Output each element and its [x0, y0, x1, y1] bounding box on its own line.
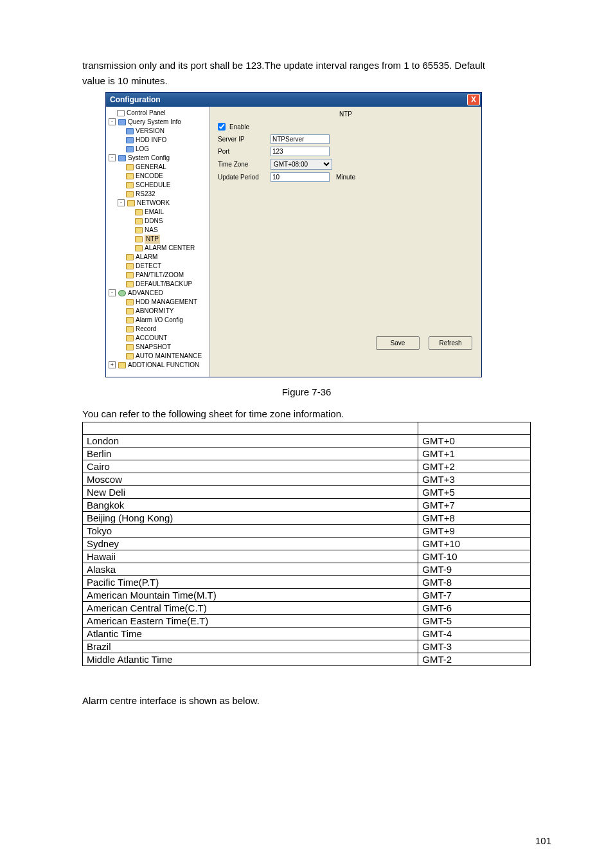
- folder-icon: [135, 209, 143, 215]
- tree-abnormity[interactable]: ABNORMITY: [118, 307, 207, 316]
- folder-icon: [126, 344, 134, 350]
- window-titlebar: Configuration X: [106, 93, 481, 107]
- tree-alarm-center[interactable]: ALARM CENTER: [127, 244, 207, 253]
- tree-general[interactable]: GENERAL: [118, 163, 207, 172]
- collapse-icon[interactable]: -: [109, 154, 116, 161]
- timezone-city: Berlin: [83, 447, 418, 460]
- tree-alarm[interactable]: ALARM: [118, 253, 207, 262]
- table-row: Middle Atlantic TimeGMT-2: [83, 653, 531, 665]
- folder-icon: [126, 182, 134, 188]
- timezone-city: Tokyo: [83, 524, 418, 537]
- timezone-offset: GMT+2: [418, 460, 531, 473]
- tree-system-config[interactable]: - System Config: [109, 154, 207, 163]
- update-period-unit: Minute: [336, 174, 355, 181]
- gear-icon: [118, 290, 126, 296]
- expand-icon[interactable]: +: [109, 361, 116, 368]
- timezone-offset: GMT-4: [418, 627, 531, 640]
- table-row: New DeliGMT+5: [83, 485, 531, 498]
- tree-nas[interactable]: NAS: [127, 226, 207, 235]
- table-row: HawaiiGMT-10: [83, 550, 531, 563]
- table-row: American Eastern Time(E.T)GMT-5: [83, 614, 531, 627]
- tree-ntp[interactable]: NTP: [127, 235, 207, 244]
- tree-account[interactable]: ACCOUNT: [118, 334, 207, 343]
- intro-line-1: transmission only and its port shall be …: [82, 59, 531, 72]
- collapse-icon[interactable]: -: [109, 289, 116, 296]
- update-period-input[interactable]: [271, 172, 330, 182]
- tree-detect[interactable]: DETECT: [118, 262, 207, 271]
- configuration-window: Configuration X Control Panel: [105, 92, 482, 377]
- tree-query-system-info[interactable]: - Query System Info: [109, 118, 207, 127]
- folder-icon: [126, 326, 134, 332]
- tree-additional-function[interactable]: + ADDTIONAL FUNCTION: [109, 361, 207, 370]
- tree-default-backup[interactable]: DEFAULT/BACKUP: [118, 280, 207, 289]
- folder-icon: [135, 218, 143, 224]
- folder-icon: [126, 191, 134, 197]
- tree-schedule[interactable]: SCHEDULE: [118, 181, 207, 190]
- collapse-icon[interactable]: -: [118, 199, 125, 206]
- port-label: Port: [218, 148, 271, 155]
- tree-pane: Control Panel - Query System Info VERSIO…: [106, 107, 210, 377]
- table-row: BerlinGMT+1: [83, 447, 531, 460]
- timezone-offset: GMT+3: [418, 473, 531, 485]
- tree-version[interactable]: VERSION: [118, 127, 207, 136]
- port-input[interactable]: [271, 147, 330, 156]
- update-period-label: Update Period: [218, 174, 271, 181]
- tree-rs232[interactable]: RS232: [118, 190, 207, 199]
- timezone-offset: GMT+8: [418, 511, 531, 524]
- tree-control-panel[interactable]: Control Panel: [109, 109, 207, 118]
- tree-encode[interactable]: ENCODE: [118, 172, 207, 181]
- timezone-offset: GMT-9: [418, 563, 531, 575]
- timezone-city: Moscow: [83, 473, 418, 485]
- folder-icon: [126, 317, 134, 323]
- tree-advanced[interactable]: - ADVANCED: [109, 289, 207, 298]
- collapse-icon[interactable]: -: [109, 118, 116, 125]
- folder-icon: [118, 119, 126, 125]
- server-ip-label: Server IP: [218, 136, 271, 143]
- timezone-city: London: [83, 434, 418, 447]
- close-icon[interactable]: X: [467, 94, 480, 105]
- tree-alarm-io[interactable]: Alarm I/O Config: [118, 316, 207, 325]
- timezone-offset: GMT-6: [418, 601, 531, 614]
- alarm-centre-text: Alarm centre interface is shown as below…: [82, 694, 531, 707]
- refresh-button[interactable]: Refresh: [429, 336, 472, 350]
- table-row: AlaskaGMT-9: [83, 563, 531, 575]
- table-row: Beijing (Hong Kong)GMT+8: [83, 511, 531, 524]
- table-row: LondonGMT+0: [83, 434, 531, 447]
- tree-pantiltzoom[interactable]: PAN/TILT/ZOOM: [118, 271, 207, 280]
- tree-network[interactable]: - NETWORK: [118, 199, 207, 208]
- timezone-city: New Deli: [83, 485, 418, 498]
- tree-email[interactable]: EMAIL: [127, 208, 207, 217]
- table-row: MoscowGMT+3: [83, 473, 531, 485]
- timezone-city: Pacific Time(P.T): [83, 575, 418, 588]
- folder-icon: [126, 146, 134, 152]
- timezone-select[interactable]: GMT+08:00: [271, 159, 332, 170]
- timezone-offset: GMT-2: [418, 653, 531, 665]
- table-row: American Central Time(C.T)GMT-6: [83, 601, 531, 614]
- folder-icon: [126, 173, 134, 179]
- enable-checkbox[interactable]: [218, 123, 226, 131]
- window-title: Configuration: [110, 95, 161, 104]
- timezone-city: American Mountain Time(M.T): [83, 588, 418, 601]
- timezone-offset: GMT+1: [418, 447, 531, 460]
- folder-icon: [126, 263, 134, 269]
- timezone-table: LondonGMT+0BerlinGMT+1CairoGMT+2MoscowGM…: [82, 422, 531, 666]
- tree-hdd-info[interactable]: HDD INFO: [118, 136, 207, 145]
- tree-ddns[interactable]: DDNS: [127, 217, 207, 226]
- tree-snapshot[interactable]: SNAPSHOT: [118, 343, 207, 352]
- timezone-city: Sydney: [83, 537, 418, 550]
- timezone-city: American Central Time(C.T): [83, 601, 418, 614]
- folder-icon: [118, 155, 126, 161]
- timezone-city: Beijing (Hong Kong): [83, 511, 418, 524]
- page-number: 101: [535, 835, 551, 846]
- tree-record[interactable]: Record: [118, 325, 207, 334]
- timezone-intro: You can refer to the following sheet for…: [82, 408, 531, 420]
- server-ip-input[interactable]: [271, 134, 330, 144]
- timezone-offset: GMT-5: [418, 614, 531, 627]
- tree-hdd-management[interactable]: HDD MANAGEMENT: [118, 298, 207, 307]
- intro-line-2: value is 10 minutes.: [82, 75, 531, 87]
- save-button[interactable]: Save: [376, 336, 420, 350]
- timezone-city: Alaska: [83, 563, 418, 575]
- tree-log[interactable]: LOG: [118, 145, 207, 154]
- tree-auto-maintenance[interactable]: AUTO MAINTENANCE: [118, 352, 207, 361]
- table-row: BangkokGMT+7: [83, 498, 531, 511]
